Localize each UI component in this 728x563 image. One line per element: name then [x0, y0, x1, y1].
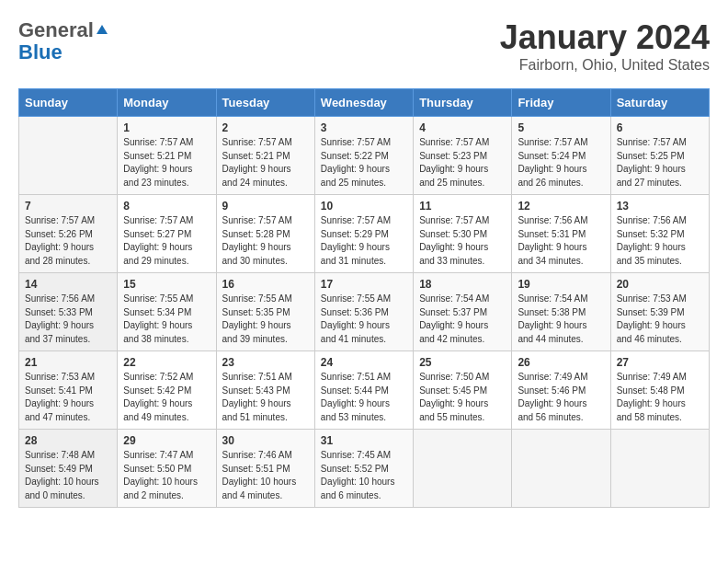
day-info: Sunrise: 7:57 AMSunset: 5:28 PMDaylight:… — [222, 215, 292, 266]
day-number: 23 — [222, 356, 309, 369]
logo-general-text: General — [18, 18, 94, 42]
calendar-cell — [414, 430, 512, 508]
calendar-title: January 2024 — [500, 18, 710, 57]
header-row: SundayMondayTuesdayWednesdayThursdayFrid… — [19, 89, 710, 117]
calendar-cell: 9 Sunrise: 7:57 AMSunset: 5:28 PMDayligh… — [216, 195, 314, 273]
day-number: 14 — [25, 278, 111, 291]
day-info: Sunrise: 7:57 AMSunset: 5:30 PMDaylight:… — [419, 215, 489, 266]
day-info: Sunrise: 7:51 AMSunset: 5:44 PMDaylight:… — [321, 372, 391, 422]
day-info: Sunrise: 7:57 AMSunset: 5:26 PMDaylight:… — [25, 215, 95, 266]
day-info: Sunrise: 7:56 AMSunset: 5:32 PMDaylight:… — [617, 215, 687, 266]
calendar-cell — [610, 430, 709, 508]
calendar-cell: 25 Sunrise: 7:50 AMSunset: 5:45 PMDaylig… — [414, 351, 512, 430]
day-info: Sunrise: 7:57 AMSunset: 5:22 PMDaylight:… — [321, 137, 391, 188]
calendar-cell: 7 Sunrise: 7:57 AMSunset: 5:26 PMDayligh… — [19, 195, 118, 273]
day-info: Sunrise: 7:57 AMSunset: 5:23 PMDaylight:… — [419, 137, 489, 188]
day-header-thursday: Thursday — [414, 89, 512, 117]
day-number: 16 — [222, 278, 309, 291]
day-number: 2 — [222, 121, 309, 134]
calendar-cell: 15 Sunrise: 7:55 AMSunset: 5:34 PMDaylig… — [118, 273, 216, 351]
week-row-1: 1 Sunrise: 7:57 AMSunset: 5:21 PMDayligh… — [19, 117, 710, 195]
day-info: Sunrise: 7:54 AMSunset: 5:38 PMDaylight:… — [518, 293, 587, 344]
calendar-cell: 6 Sunrise: 7:57 AMSunset: 5:25 PMDayligh… — [610, 117, 709, 195]
day-number: 25 — [419, 356, 506, 369]
calendar-cell: 30 Sunrise: 7:46 AMSunset: 5:51 PMDaylig… — [216, 430, 314, 508]
calendar-cell: 13 Sunrise: 7:56 AMSunset: 5:32 PMDaylig… — [610, 195, 709, 273]
day-number: 31 — [321, 434, 407, 447]
day-info: Sunrise: 7:47 AMSunset: 5:50 PMDaylight:… — [123, 450, 198, 500]
day-header-sunday: Sunday — [19, 89, 118, 117]
day-info: Sunrise: 7:52 AMSunset: 5:42 PMDaylight:… — [123, 372, 193, 422]
day-info: Sunrise: 7:50 AMSunset: 5:45 PMDaylight:… — [419, 372, 489, 422]
day-header-wednesday: Wednesday — [314, 89, 413, 117]
calendar-cell: 31 Sunrise: 7:45 AMSunset: 5:52 PMDaylig… — [314, 430, 413, 508]
day-header-monday: Monday — [118, 89, 216, 117]
day-info: Sunrise: 7:57 AMSunset: 5:29 PMDaylight:… — [321, 215, 391, 266]
day-number: 30 — [222, 434, 309, 447]
calendar-cell: 16 Sunrise: 7:55 AMSunset: 5:35 PMDaylig… — [216, 273, 314, 351]
calendar-cell: 10 Sunrise: 7:57 AMSunset: 5:29 PMDaylig… — [314, 195, 413, 273]
calendar-cell: 12 Sunrise: 7:56 AMSunset: 5:31 PMDaylig… — [512, 195, 610, 273]
day-number: 15 — [123, 278, 210, 291]
calendar-cell: 17 Sunrise: 7:55 AMSunset: 5:36 PMDaylig… — [314, 273, 413, 351]
day-number: 28 — [25, 434, 111, 447]
calendar-cell: 1 Sunrise: 7:57 AMSunset: 5:21 PMDayligh… — [118, 117, 216, 195]
day-number: 29 — [123, 434, 210, 447]
day-header-saturday: Saturday — [610, 89, 709, 117]
day-info: Sunrise: 7:55 AMSunset: 5:36 PMDaylight:… — [321, 293, 391, 344]
day-number: 11 — [419, 200, 506, 213]
week-row-2: 7 Sunrise: 7:57 AMSunset: 5:26 PMDayligh… — [19, 195, 710, 273]
day-info: Sunrise: 7:49 AMSunset: 5:46 PMDaylight:… — [518, 372, 587, 422]
calendar-subtitle: Fairborn, Ohio, United States — [500, 57, 710, 74]
day-info: Sunrise: 7:46 AMSunset: 5:51 PMDaylight:… — [222, 450, 297, 500]
day-number: 12 — [518, 200, 604, 213]
day-number: 9 — [222, 200, 309, 213]
day-number: 13 — [617, 200, 703, 213]
day-number: 4 — [419, 121, 506, 134]
day-info: Sunrise: 7:55 AMSunset: 5:34 PMDaylight:… — [123, 293, 193, 344]
day-info: Sunrise: 7:53 AMSunset: 5:41 PMDaylight:… — [25, 372, 95, 422]
header: General Blue January 2024 Fairborn, Ohio… — [18, 18, 710, 74]
day-number: 7 — [25, 200, 111, 213]
logo: General Blue — [18, 18, 108, 63]
calendar-cell: 2 Sunrise: 7:57 AMSunset: 5:21 PMDayligh… — [216, 117, 314, 195]
calendar-cell: 22 Sunrise: 7:52 AMSunset: 5:42 PMDaylig… — [118, 351, 216, 430]
calendar-cell — [512, 430, 610, 508]
calendar-table: SundayMondayTuesdayWednesdayThursdayFrid… — [18, 88, 710, 508]
calendar-cell: 20 Sunrise: 7:53 AMSunset: 5:39 PMDaylig… — [610, 273, 709, 351]
day-number: 17 — [321, 278, 407, 291]
day-number: 22 — [123, 356, 210, 369]
day-header-friday: Friday — [512, 89, 610, 117]
day-info: Sunrise: 7:49 AMSunset: 5:48 PMDaylight:… — [617, 372, 687, 422]
day-info: Sunrise: 7:56 AMSunset: 5:31 PMDaylight:… — [518, 215, 587, 266]
day-info: Sunrise: 7:57 AMSunset: 5:24 PMDaylight:… — [518, 137, 587, 188]
day-number: 1 — [123, 121, 210, 134]
logo-triangle-icon — [97, 25, 108, 34]
day-number: 27 — [617, 356, 703, 369]
day-info: Sunrise: 7:45 AMSunset: 5:52 PMDaylight:… — [321, 450, 395, 500]
calendar-cell: 21 Sunrise: 7:53 AMSunset: 5:41 PMDaylig… — [19, 351, 118, 430]
calendar-cell: 4 Sunrise: 7:57 AMSunset: 5:23 PMDayligh… — [414, 117, 512, 195]
day-number: 5 — [518, 121, 604, 134]
week-row-5: 28 Sunrise: 7:48 AMSunset: 5:49 PMDaylig… — [19, 430, 710, 508]
day-info: Sunrise: 7:53 AMSunset: 5:39 PMDaylight:… — [617, 293, 687, 344]
day-number: 3 — [321, 121, 407, 134]
calendar-cell: 19 Sunrise: 7:54 AMSunset: 5:38 PMDaylig… — [512, 273, 610, 351]
day-info: Sunrise: 7:57 AMSunset: 5:21 PMDaylight:… — [222, 137, 292, 188]
calendar-cell: 28 Sunrise: 7:48 AMSunset: 5:49 PMDaylig… — [19, 430, 118, 508]
calendar-cell: 8 Sunrise: 7:57 AMSunset: 5:27 PMDayligh… — [118, 195, 216, 273]
day-number: 21 — [25, 356, 111, 369]
day-info: Sunrise: 7:57 AMSunset: 5:25 PMDaylight:… — [617, 137, 687, 188]
title-section: January 2024 Fairborn, Ohio, United Stat… — [500, 18, 710, 74]
calendar-cell: 24 Sunrise: 7:51 AMSunset: 5:44 PMDaylig… — [314, 351, 413, 430]
day-number: 24 — [321, 356, 407, 369]
day-info: Sunrise: 7:54 AMSunset: 5:37 PMDaylight:… — [419, 293, 489, 344]
calendar-cell: 5 Sunrise: 7:57 AMSunset: 5:24 PMDayligh… — [512, 117, 610, 195]
day-info: Sunrise: 7:48 AMSunset: 5:49 PMDaylight:… — [25, 450, 99, 500]
day-number: 19 — [518, 278, 604, 291]
day-number: 18 — [419, 278, 506, 291]
calendar-cell: 18 Sunrise: 7:54 AMSunset: 5:37 PMDaylig… — [414, 273, 512, 351]
calendar-cell: 26 Sunrise: 7:49 AMSunset: 5:46 PMDaylig… — [512, 351, 610, 430]
day-number: 10 — [321, 200, 407, 213]
day-number: 6 — [617, 121, 703, 134]
